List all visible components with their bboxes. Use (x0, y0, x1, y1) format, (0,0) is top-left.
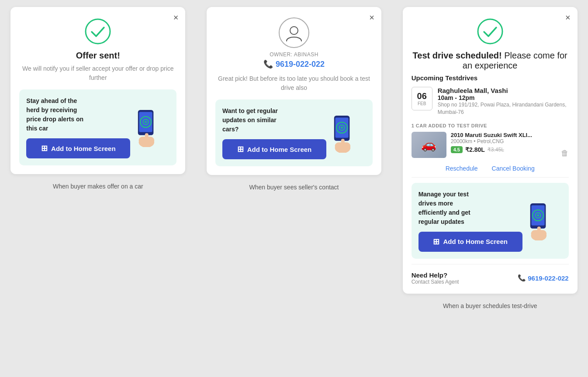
panel2-bottom-label: When buyer sees seller's contact (249, 184, 339, 191)
svg-point-23 (537, 214, 539, 216)
car-name: 2010 Maruti Suzuki Swift XLI... (451, 132, 557, 138)
phone-icon: 📞 (518, 274, 526, 282)
svg-rect-17 (341, 139, 345, 147)
venue-address: Shop no 191/192, Powai Plaza, Hirandanda… (438, 101, 569, 116)
panel1-promo-box: Stay ahead of the herd by receiving pric… (19, 89, 176, 165)
car-details: 2010 Maruti Suzuki Swift XLI... 20000km … (451, 132, 557, 153)
owner-phone[interactable]: 📞 9619-022-022 (215, 59, 373, 69)
car-meta: 20000km • Petrol,CNG (451, 138, 557, 144)
panel3-close-button[interactable]: × (565, 13, 571, 22)
panel2-promo-text: Want to get regular updates on similar c… (222, 106, 280, 134)
car-image: 🚗 (412, 132, 446, 158)
car-added-label: 1 CAR ADDED TO TEST DRIVE (412, 123, 569, 128)
user-icon (285, 24, 303, 42)
car-price-row: 4.5 ₹2.80L ₹3.45L (451, 146, 557, 153)
offer-sent-card: × Offer sent! We will notify you if sell… (10, 7, 185, 174)
test-drive-card: × Test drive scheduled! Please come for … (403, 7, 578, 294)
success-icon-wrapper (19, 17, 176, 45)
svg-point-5 (145, 121, 147, 123)
seller-contact-card: × OWNER: ABINASH 📞 9619-022-022 Great pi… (207, 7, 381, 175)
panel3-promo-text: Manage your test drives more efficiently… (419, 190, 476, 226)
panel1-close-button[interactable]: × (173, 13, 179, 22)
reschedule-link[interactable]: Reschedule (446, 165, 478, 172)
plus-icon: ⊞ (41, 144, 48, 153)
help-text: Need Help? Contact Sales Agent (412, 271, 459, 285)
date-number: 06 (417, 91, 427, 101)
avatar-circle (279, 17, 309, 48)
car-price-old: ₹3.45L (488, 147, 504, 153)
panel2: × OWNER: ABINASH 📞 9619-022-022 Great pi… (196, 0, 392, 377)
test-drive-title: Test drive scheduled! Please come for an… (412, 51, 569, 71)
panel2-close-button[interactable]: × (369, 13, 374, 22)
panel2-phone-illustration (326, 113, 366, 153)
panel1-phone-illustration (130, 108, 169, 147)
panel1-promo-text: Stay ahead of the herd by receiving pric… (26, 96, 83, 133)
panel3-add-to-home-button[interactable]: ⊞ Add to Home Screen (419, 232, 522, 252)
car-rating-badge: 4.5 (451, 146, 463, 153)
panel3-check-circle-icon (476, 17, 504, 45)
venue-time: 10am - 12pm (438, 94, 569, 101)
testdrive-entry: 06 FEB Raghuleela Mall, Vashi 10am - 12p… (412, 87, 569, 116)
venue-info: Raghuleela Mall, Vashi 10am - 12pm Shop … (438, 87, 569, 116)
delete-car-icon[interactable]: 🗑 (561, 149, 569, 158)
svg-point-14 (341, 127, 342, 128)
divider2 (412, 264, 569, 264)
help-row: Need Help? Contact Sales Agent 📞 9619-02… (412, 270, 569, 285)
panel3-success-icon-wrapper (412, 17, 569, 45)
phone-hand-svg3 (522, 201, 557, 240)
panel1-add-to-home-button[interactable]: ⊞ Add to Home Screen (26, 138, 130, 158)
offer-sent-subtitle: We will notify you if seller accept your… (19, 64, 176, 82)
venue-name: Raghuleela Mall, Vashi (438, 87, 569, 94)
svg-point-9 (290, 27, 298, 34)
upcoming-testdrives-label: Upcoming Testdrives (412, 74, 569, 82)
panel3: × Test drive scheduled! Please come for … (392, 0, 588, 377)
panel2-add-to-home-button[interactable]: ⊞ Add to Home Screen (222, 139, 326, 159)
plus-icon: ⊞ (433, 237, 439, 247)
phone-hand-svg (130, 108, 165, 147)
date-box: 06 FEB (412, 87, 432, 110)
svg-point-0 (86, 19, 110, 44)
help-title: Need Help? (412, 271, 459, 279)
date-month: FEB (418, 101, 426, 106)
help-phone[interactable]: 📞 9619-022-022 (518, 274, 568, 282)
svg-rect-8 (145, 133, 149, 142)
owner-avatar-wrapper (215, 17, 373, 48)
panel1: × Offer sent! We will notify you if sell… (0, 0, 196, 377)
cancel-booking-link[interactable]: Cancel Booking (492, 165, 535, 172)
check-circle-icon (84, 17, 112, 45)
panel1-bottom-label: When buyer makes offer on a car (53, 183, 143, 190)
panel3-bottom-label: When a buyer schedules test-drive (443, 302, 537, 309)
divider (412, 177, 569, 178)
phone-hand-svg2 (326, 113, 361, 153)
help-subtitle: Contact Sales Agent (412, 279, 459, 285)
car-item: 🚗 2010 Maruti Suzuki Swift XLI... 20000k… (412, 132, 569, 158)
car-price: ₹2.80L (465, 146, 485, 153)
action-links: Reschedule Cancel Booking (412, 161, 569, 172)
offer-sent-title: Offer sent! (19, 51, 176, 61)
svg-point-18 (478, 19, 502, 44)
owner-label: OWNER: ABINASH (215, 51, 373, 58)
phone-icon: 📞 (263, 59, 273, 69)
svg-rect-26 (537, 226, 540, 235)
panel2-subtitle: Great pick! But before its too late you … (215, 74, 373, 93)
panel2-promo-box: Want to get regular updates on similar c… (215, 99, 373, 166)
panel3-promo-box: Manage your test drives more efficiently… (412, 183, 569, 259)
plus-icon: ⊞ (237, 144, 244, 154)
car-thumbnail: 🚗 (412, 132, 446, 158)
panel3-phone-illustration (522, 201, 562, 240)
